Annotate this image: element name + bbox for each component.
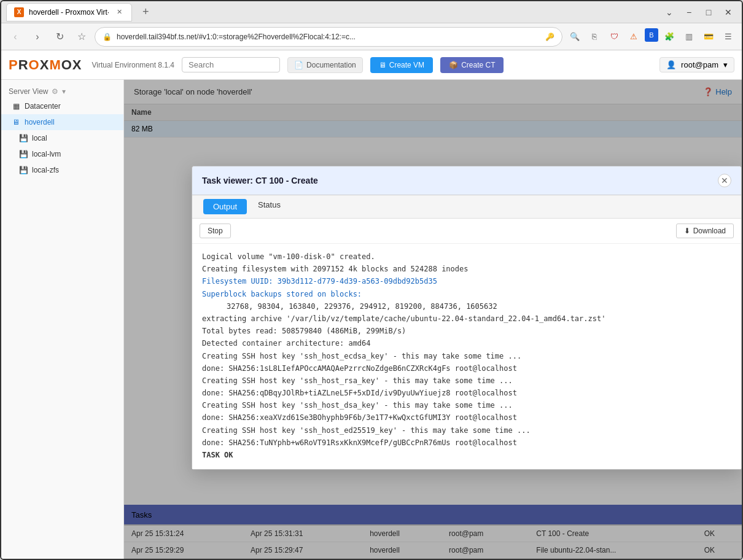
tab-close-button[interactable]: ✕ <box>114 7 124 17</box>
sidebar-header: Server View ⚙ ▾ <box>1 85 123 98</box>
output-line: extracting archive '/var/lib/vz/template… <box>202 313 731 325</box>
sidebar-toggle-icon[interactable]: ▥ <box>680 28 698 45</box>
output-line: Creating filesystem with 2097152 4k bloc… <box>202 263 731 275</box>
storage-icon3: 💾 <box>18 165 28 175</box>
task-viewer-modal: Task viewer: CT 100 - Create ✕ Output St… <box>192 166 742 470</box>
browser-window: X hoverdell - Proxmox Virt· ✕ + ⌄ − □ ✕ … <box>0 0 743 560</box>
refresh-button[interactable]: ↻ <box>50 28 69 46</box>
sidebar-item-datacenter[interactable]: ▦ Datacenter <box>1 98 123 114</box>
modal-toolbar: Stop ⬇ Download <box>192 219 741 244</box>
key-icon: 🔑 <box>545 33 554 41</box>
chevron-down-icon: ▾ <box>723 60 728 69</box>
tab-status[interactable]: Status <box>248 195 290 218</box>
modal-output: Logical volume "vm-100-disk-0" created. … <box>192 244 741 469</box>
sidebar-item-hoverdell[interactable]: 🖥 hoverdell <box>1 114 123 130</box>
storage-icon: 💾 <box>18 133 28 143</box>
zoom-icon[interactable]: 🔍 <box>566 28 583 45</box>
share-icon[interactable]: ⎘ <box>586 28 603 45</box>
browser-titlebar: X hoverdell - Proxmox Virt· ✕ + ⌄ − □ ✕ <box>1 1 742 23</box>
datacenter-icon: ▦ <box>11 101 21 111</box>
proxmox-app: PROXMOX Virtual Environment 8.1.4 📄 Docu… <box>1 50 742 559</box>
chevron-down-icon: ▾ <box>62 87 66 96</box>
browser-toolbar: ‹ › ↻ ☆ 🔒 hoverdell.tail394bf.ts.net/#v1… <box>1 23 742 50</box>
user-menu[interactable]: 👤 root@pam ▾ <box>659 57 734 72</box>
output-line: Creating SSH host key 'ssh_host_ed25519_… <box>202 425 731 437</box>
tab-output[interactable]: Output <box>203 199 247 214</box>
storage-icon2: 💾 <box>18 149 28 159</box>
server-view-label: Server View <box>9 87 48 96</box>
menu-icon[interactable]: ☰ <box>720 28 737 45</box>
output-line: done: SHA256:TuNYphb+w6RoVT91RsxKknX9Mce… <box>202 437 731 449</box>
output-line: Logical volume "vm-100-disk-0" created. <box>202 251 731 263</box>
output-line: Total bytes read: 508579840 (486MiB, 299… <box>202 325 731 337</box>
sidebar-item-label: local-zfs <box>32 166 59 174</box>
chevron-down-icon[interactable]: ⌄ <box>661 4 678 21</box>
wallet-icon[interactable]: 💳 <box>700 28 717 45</box>
output-line: done: SHA256:1sL8LIefAPOccAMAQAePzrrcNoZ… <box>202 363 731 375</box>
modal-overlay: Task viewer: CT 100 - Create ✕ Output St… <box>124 80 742 559</box>
back-button[interactable]: ‹ <box>6 28 25 46</box>
user-icon: 👤 <box>666 60 676 69</box>
modal-header: Task viewer: CT 100 - Create ✕ <box>192 166 741 195</box>
puzzle-icon[interactable]: 🧩 <box>661 28 678 45</box>
output-line: TASK OK <box>202 449 731 461</box>
sidebar-item-storage2[interactable]: 💾 local-lvm <box>1 146 123 162</box>
forward-button[interactable]: › <box>28 28 47 46</box>
output-line: Creating SSH host key 'ssh_host_dsa_key'… <box>202 400 731 411</box>
modal-tabs: Output Status <box>192 195 741 219</box>
browser-tab[interactable]: X hoverdell - Proxmox Virt· ✕ <box>6 3 132 21</box>
vm-icon: 🖥 <box>379 61 386 69</box>
sidebar-item-label: Datacenter <box>25 102 61 111</box>
lock-icon: 🔒 <box>103 33 112 41</box>
new-tab-button[interactable]: + <box>137 4 154 21</box>
version-text: Virtual Environment 8.1.4 <box>92 61 175 69</box>
sidebar-item-storage1[interactable]: 💾 local <box>1 130 123 146</box>
node-icon: 🖥 <box>11 117 21 127</box>
warning-icon[interactable]: ⚠ <box>625 28 642 45</box>
ct-icon: 📦 <box>449 61 458 69</box>
tab-favicon: X <box>14 7 24 17</box>
output-line: 32768, 98304, 163840, 229376, 294912, 81… <box>202 301 731 313</box>
sidebar-item-label: hoverdell <box>25 118 55 126</box>
doc-icon: 📄 <box>294 61 303 69</box>
gear-icon[interactable]: ⚙ <box>52 87 58 96</box>
create-vm-button[interactable]: 🖥 Create VM <box>370 57 433 73</box>
minimize-button[interactable]: − <box>680 4 698 21</box>
maximize-button[interactable]: □ <box>700 4 717 21</box>
output-line: done: SHA256:qDBqyJOlRb+tiAZLneL5F+5xDId… <box>202 387 731 399</box>
tab-title: hoverdell - Proxmox Virt· <box>29 8 109 17</box>
bitwarden-icon[interactable]: B <box>645 28 658 42</box>
sidebar: Server View ⚙ ▾ ▦ Datacenter 🖥 hoverdell… <box>1 80 124 559</box>
search-input[interactable] <box>182 57 280 72</box>
output-line: Detected container architecture: amd64 <box>202 338 731 349</box>
main-area: Storage 'local' on node 'hoverdell' ❓ He… <box>124 80 742 559</box>
url-text: hoverdell.tail394bf.ts.net/#v1:0:=storag… <box>117 33 540 41</box>
output-line: Superblock backups stored on blocks: <box>202 289 731 300</box>
toolbar-icons: 🔍 ⎘ 🛡 ⚠ B 🧩 ▥ 💳 ☰ <box>566 28 737 45</box>
proxmox-logo: PROXMOX <box>9 57 82 73</box>
output-line: Creating SSH host key 'ssh_host_rsa_key'… <box>202 375 731 387</box>
create-ct-button[interactable]: 📦 Create CT <box>440 57 504 73</box>
proxmox-header: PROXMOX Virtual Environment 8.1.4 📄 Docu… <box>1 50 742 80</box>
stop-button[interactable]: Stop <box>200 224 231 238</box>
download-button[interactable]: ⬇ Download <box>676 224 734 238</box>
output-line: done: SHA256:xeaXVzd61Se3BOhyphb9F6b/3e1… <box>202 412 731 424</box>
window-controls: ⌄ − □ ✕ <box>661 4 737 21</box>
sidebar-item-storage3[interactable]: 💾 local-zfs <box>1 162 123 178</box>
sidebar-item-label: local <box>32 134 47 142</box>
address-bar[interactable]: 🔒 hoverdell.tail394bf.ts.net/#v1:0:=stor… <box>95 27 562 47</box>
modal-title: Task viewer: CT 100 - Create <box>202 176 318 185</box>
output-line: Creating SSH host key 'ssh_host_ecdsa_ke… <box>202 351 731 362</box>
modal-close-button[interactable]: ✕ <box>718 174 731 187</box>
sidebar-item-label: local-lvm <box>32 150 61 158</box>
shield-icon[interactable]: 🛡 <box>605 28 623 45</box>
documentation-button[interactable]: 📄 Documentation <box>287 57 363 73</box>
bookmark-icon[interactable]: ☆ <box>72 28 91 46</box>
logo-text: PROXMOX <box>9 57 82 73</box>
output-line: Filesystem UUID: 39b3d112-d779-4d39-a563… <box>202 276 731 287</box>
app-content: Server View ⚙ ▾ ▦ Datacenter 🖥 hoverdell… <box>1 80 742 559</box>
close-button[interactable]: ✕ <box>720 4 737 21</box>
download-icon: ⬇ <box>684 227 690 235</box>
